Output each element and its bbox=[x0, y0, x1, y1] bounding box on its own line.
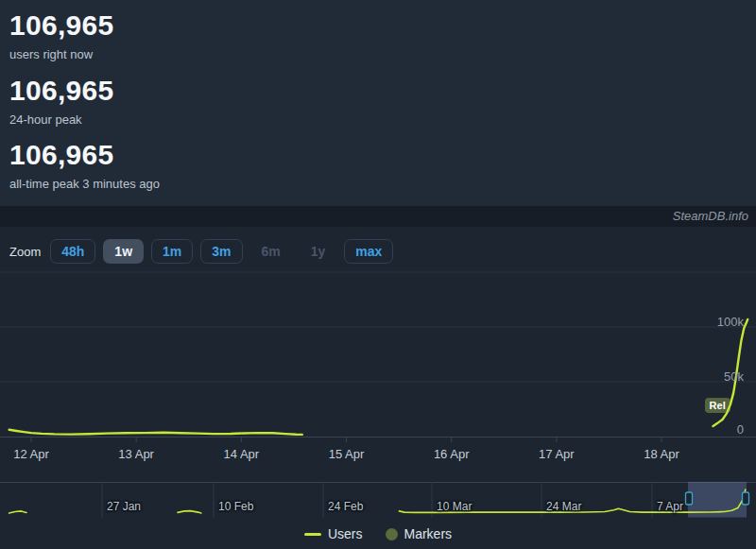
all-time-peak-value: 106,965 bbox=[9, 139, 114, 171]
x-axis-label: 13 Apr bbox=[118, 447, 154, 461]
navigator-axis-label: 24 Feb bbox=[328, 500, 363, 513]
zoom-button-1m[interactable]: 1m bbox=[151, 239, 193, 264]
y-axis-label: 0 bbox=[737, 422, 744, 437]
zoom-button-6m: 6m bbox=[250, 239, 292, 264]
navigator-axis-label: 10 Feb bbox=[218, 500, 253, 513]
navigator-axis-label: 10 Mar bbox=[437, 500, 472, 513]
zoom-label: Zoom bbox=[9, 245, 41, 259]
legend-item-users[interactable]: Users bbox=[304, 526, 363, 541]
peak-24h-value: 106,965 bbox=[9, 75, 114, 107]
y-axis-label: 100k bbox=[717, 315, 744, 329]
legend-item-markers[interactable]: Markers bbox=[386, 526, 453, 541]
x-axis-label: 12 Apr bbox=[13, 447, 49, 461]
peak-24h-label: 24-hour peak bbox=[9, 112, 82, 127]
zoom-button-3m[interactable]: 3m bbox=[200, 239, 242, 264]
y-axis-label: 50k bbox=[724, 369, 744, 384]
x-axis-label: 16 Apr bbox=[434, 447, 470, 461]
current-users-value: 106,965 bbox=[9, 9, 114, 42]
zoom-button-1w[interactable]: 1w bbox=[103, 239, 144, 264]
markers-circle-swatch-icon bbox=[386, 528, 398, 540]
x-axis-label: 14 Apr bbox=[224, 447, 260, 461]
zoom-buttons-group: 48h1w1m3m6m1ymax bbox=[50, 239, 393, 264]
users-line-swatch-icon bbox=[304, 533, 321, 536]
release-marker-badge[interactable]: Rel bbox=[705, 398, 730, 413]
x-axis-label: 17 Apr bbox=[539, 447, 575, 461]
legend-markers-label: Markers bbox=[404, 526, 453, 541]
all-time-peak-label: all-time peak 3 minutes ago bbox=[9, 177, 160, 191]
zoom-button-max[interactable]: max bbox=[344, 239, 393, 264]
x-axis-label: 18 Apr bbox=[644, 447, 679, 461]
zoom-button-48h[interactable]: 48h bbox=[50, 239, 95, 264]
x-axis-label: 15 Apr bbox=[329, 447, 365, 461]
navigator-axis-label: 27 Jan bbox=[107, 500, 141, 513]
chart-legend: Users Markers bbox=[0, 526, 756, 541]
zoom-range-bar: Zoom 48h1w1m3m6m1ymax bbox=[9, 238, 393, 265]
navigator-axis-label: 7 Apr bbox=[657, 500, 683, 513]
steamdb-watermark: SteamDB.info bbox=[0, 206, 756, 227]
zoom-button-1y: 1y bbox=[300, 239, 337, 264]
legend-users-label: Users bbox=[328, 526, 363, 541]
navigator-axis-label: 24 Mar bbox=[546, 500, 581, 513]
current-users-label: users right now bbox=[9, 47, 93, 61]
